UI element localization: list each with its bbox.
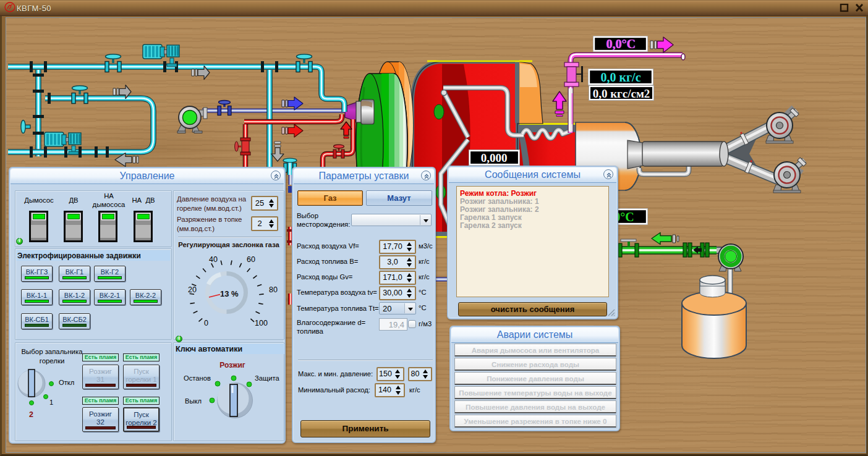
svg-text:0,0 кг/с: 0,0 кг/с: [600, 70, 640, 84]
svg-text:0,000: 0,000: [481, 151, 508, 164]
svg-text:0,0°C: 0,0°C: [606, 37, 635, 51]
svg-text:0,0 кгс/см2: 0,0 кгс/см2: [593, 87, 650, 100]
